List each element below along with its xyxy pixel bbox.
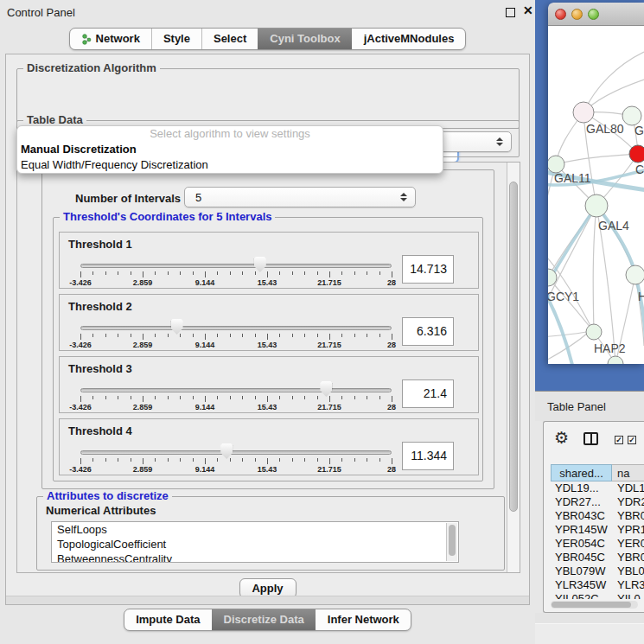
interval-definition-group: Interval Definition Number of Intervals … [41, 169, 494, 489]
scrollbar-thumb[interactable] [509, 182, 518, 512]
cell-name: YDL1 [612, 481, 644, 495]
scrollbar-thumb[interactable] [552, 602, 631, 608]
cell-shared-name: YBR045C [551, 551, 612, 564]
tab-style[interactable]: Style [151, 29, 201, 49]
tab-label: Network [96, 29, 140, 49]
combo-arrows-icon [399, 193, 407, 201]
tab-network[interactable]: Network [70, 29, 151, 49]
window-zoom-icon[interactable] [588, 9, 599, 20]
network-canvas[interactable]: GAL80GCGAL11GAL4GCY1HHAP2 [548, 26, 644, 364]
close-icon[interactable]: ✕ [523, 3, 533, 17]
slider-ticks [80, 334, 392, 341]
window-close-icon[interactable] [555, 9, 566, 20]
cell-shared-name: YBL079W [551, 564, 612, 578]
bottom-tab-discretize-data[interactable]: Discretize Data [212, 609, 316, 630]
slider-thumb[interactable] [254, 257, 266, 272]
network-node-h[interactable] [626, 265, 644, 284]
network-graph: GAL80GCGAL11GAL4GCY1HHAP2 [548, 26, 644, 364]
network-view-window: GAL80GCGAL11GAL4GCY1HHAP2 [548, 3, 644, 364]
window-minimize-icon[interactable] [571, 9, 583, 20]
scrollbar-thumb[interactable] [449, 525, 456, 556]
table-row[interactable]: YPR145WYPR1 [551, 523, 644, 537]
cell-name: YDR2 [612, 495, 644, 509]
num-intervals-combobox[interactable]: 5 [184, 187, 416, 207]
cell-shared-name: YER054C [551, 537, 612, 551]
slider-thumb[interactable] [320, 381, 332, 397]
bottom-tab-infer-network[interactable]: Infer Network [316, 609, 411, 630]
tab-label: Cyni Toolbox [270, 29, 340, 49]
table-data-group-title: Table Data [23, 114, 86, 126]
attribute-item-betweennesscentrality[interactable]: BetweennessCentrality [52, 552, 458, 563]
cell-shared-name: YPR145W [551, 523, 612, 537]
threshold-2-row: Threshold 2-3.4262.8599.14415.4321.71528… [59, 294, 479, 351]
cell-shared-name: YDR27... [551, 495, 612, 509]
attributes-list-scrollbar[interactable] [446, 523, 457, 561]
tab-cyni-toolbox[interactable]: Cyni Toolbox [258, 29, 351, 49]
algorithm-option-manual[interactable]: Manual Discretization [17, 142, 443, 157]
table-row[interactable]: YBL079WYBL0 [551, 564, 644, 578]
slider-thumb[interactable] [220, 443, 233, 459]
slider-tick-labels: -3.4262.8599.14415.4321.71528 [80, 465, 392, 474]
bottom-tab-impute-data[interactable]: Impute Data [124, 609, 211, 630]
column-header-1[interactable]: shared... [551, 464, 612, 481]
threshold-label: Threshold 4 [68, 424, 132, 437]
split-columns-icon[interactable] [583, 432, 598, 445]
control-panel-title: Control Panel [7, 6, 75, 19]
network-node-gal11[interactable] [548, 156, 564, 173]
cell-shared-name: YDL19... [551, 481, 612, 495]
threshold-value-field[interactable]: 21.4 [402, 379, 454, 408]
network-node-g[interactable] [622, 106, 641, 125]
threshold-value-field[interactable]: 6.316 [402, 317, 454, 346]
slider-track[interactable] [80, 388, 392, 392]
top-tabs-segmented-control: NetworkStyleSelectCyni ToolboxjActiveMNo… [69, 28, 467, 50]
table-horizontal-scrollbar[interactable] [551, 601, 638, 609]
attributes-group-title: Attributes to discretize [43, 490, 172, 502]
table-row[interactable]: YLR345WYLR3 [551, 578, 644, 592]
node-label: H [638, 290, 644, 303]
node-label: GAL80 [586, 122, 624, 136]
table-row[interactable]: YIL052CYIL0 [551, 592, 644, 599]
node-label: GCY1 [548, 290, 579, 303]
network-node-gal4[interactable] [585, 194, 608, 217]
gear-icon[interactable]: ⚙ [554, 430, 569, 446]
network-node-c[interactable] [629, 145, 644, 163]
attribute-item-selfloops[interactable]: SelfLoops [52, 522, 458, 537]
algorithm-dropdown-popup: Select algorithm to view settings Manual… [16, 125, 443, 174]
tab-jactivemnodules[interactable]: jActiveMNodules [352, 29, 466, 49]
checkbox-icon[interactable]: ✓ [628, 436, 636, 444]
slider-track[interactable] [80, 264, 392, 268]
table-panel-title: Table Panel [547, 400, 606, 413]
node-label: G [634, 124, 644, 137]
slider-track[interactable] [80, 450, 392, 455]
cell-name: YIL0 [612, 592, 644, 599]
table-row[interactable]: YER054CYER0 [551, 537, 644, 551]
column-header-2[interactable]: na [612, 464, 644, 481]
attribute-item-topologicalcoefficient[interactable]: TopologicalCoefficient [52, 537, 458, 552]
cell-shared-name: YLR345W [551, 578, 612, 592]
slider-thumb[interactable] [171, 319, 183, 335]
network-window-titlebar[interactable] [548, 3, 644, 26]
thresholds-group-title: Threshold's Coordinates for 5 Intervals [60, 211, 275, 223]
settings-vertical-scrollbar[interactable] [507, 163, 520, 572]
numerical-attributes-list[interactable]: SelfLoopsTopologicalCoefficientBetweenne… [51, 521, 459, 563]
network-node-hap2[interactable] [586, 324, 602, 340]
float-window-icon[interactable] [506, 8, 515, 17]
node-label: GAL4 [598, 219, 629, 233]
tab-select[interactable]: Select [201, 29, 258, 49]
checkbox-icon[interactable]: ✓ [615, 436, 623, 444]
table-row[interactable]: YBR043CYBR0 [551, 509, 644, 523]
cell-shared-name: YIL052C [551, 592, 612, 599]
bottom-tab-label: Impute Data [136, 609, 200, 630]
table-row[interactable]: YBR045CYBR0 [551, 551, 644, 564]
table-row[interactable]: YDL19...YDL1 [551, 481, 644, 495]
algorithm-option-equal-width[interactable]: Equal Width/Frequency Discretization [17, 157, 443, 173]
threshold-value-field[interactable]: 11.344 [402, 442, 454, 470]
network-node-gal80[interactable] [573, 102, 594, 123]
network-nodes[interactable] [548, 102, 644, 364]
slider-track[interactable] [80, 326, 392, 330]
table-row[interactable]: YDR27...YDR2 [551, 495, 644, 509]
network-node[interactable] [608, 356, 623, 364]
threshold-value-field[interactable]: 14.713 [402, 255, 454, 284]
slider-tick-labels: -3.4262.8599.14415.4321.71528 [80, 341, 392, 349]
slider-ticks [80, 396, 392, 403]
